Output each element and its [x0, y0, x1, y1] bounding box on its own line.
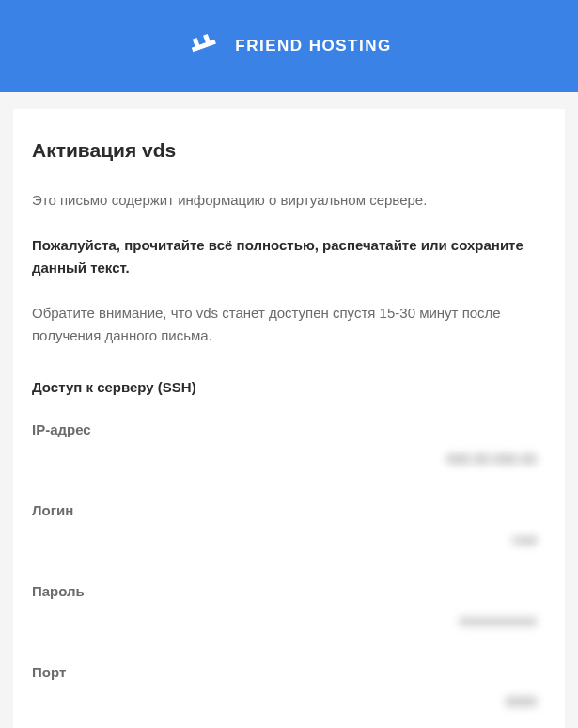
page-title: Активация vds: [32, 139, 546, 162]
svg-rect-2: [203, 34, 211, 44]
port-label: Порт: [32, 664, 546, 680]
email-content: Активация vds Это письмо содержит информ…: [13, 109, 565, 728]
login-value: root: [32, 518, 546, 574]
instruction-text: Пожалуйста, прочитайте всё полностью, ра…: [32, 234, 546, 279]
intro-text: Это письмо содержит информацию о виртуал…: [32, 190, 546, 212]
ip-field-row: IP-адрес 000.00.000.00: [32, 421, 546, 493]
login-label: Логин: [32, 502, 546, 518]
ssh-section-heading: Доступ к серверу (SSH): [32, 379, 546, 395]
ip-label: IP-адрес: [32, 421, 546, 437]
svg-rect-1: [193, 38, 200, 48]
port-field-row: Порт 0000: [32, 664, 546, 729]
email-header: FRIEND HOSTING: [0, 0, 578, 92]
login-field-row: Логин root: [32, 502, 546, 574]
notice-text: Обратите внимание, что vds станет доступ…: [32, 302, 546, 347]
password-field-row: Пароль xxxxxxxxxxx: [32, 583, 546, 655]
brand-name: FRIEND HOSTING: [235, 37, 391, 55]
password-label: Пароль: [32, 583, 546, 599]
ip-value: 000.00.000.00: [32, 437, 546, 493]
password-value: xxxxxxxxxxx: [32, 599, 546, 655]
logo-icon: [186, 28, 222, 64]
port-value: 0000: [32, 680, 546, 729]
